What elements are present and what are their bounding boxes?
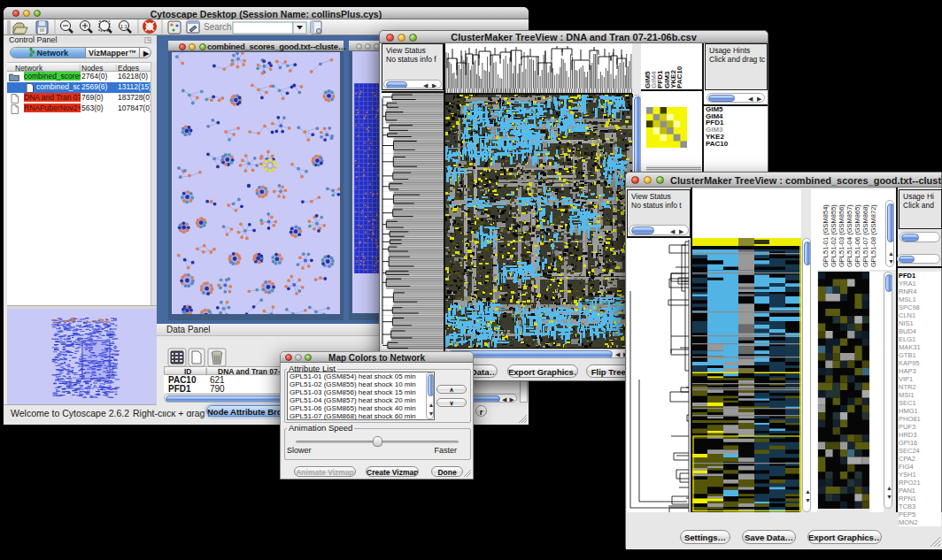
svg-text:Search:: Search:	[204, 22, 234, 32]
svg-text:GPL51-06 (GSM865): GPL51-06 (GSM865)	[853, 204, 861, 267]
svg-text:PAC10: PAC10	[676, 65, 683, 88]
svg-text:GPL51-01 (GSM854): GPL51-01 (GSM854)	[822, 204, 830, 267]
svg-text:GPL51-04 (GSM857): GPL51-04 (GSM857)	[845, 204, 853, 267]
svg-text:GPL51-07 (GSM868): GPL51-07 (GSM868)	[861, 204, 869, 267]
svg-text:GPL51-03 (GSM856): GPL51-03 (GSM856)	[838, 204, 845, 267]
svg-text:1:1: 1:1	[120, 24, 128, 29]
svg-text:GPL51-02 (GSM855): GPL51-02 (GSM855)	[830, 204, 838, 267]
svg-text:GPL51-08 (GSM872): GPL51-08 (GSM872)	[869, 204, 877, 267]
